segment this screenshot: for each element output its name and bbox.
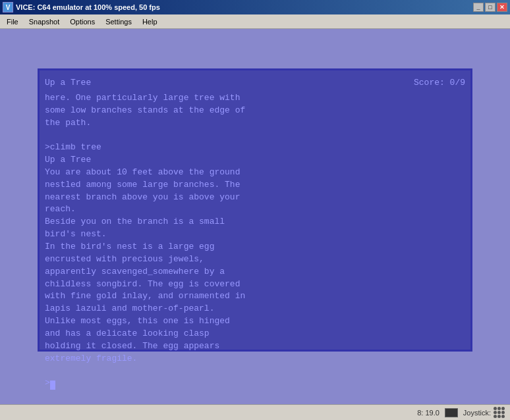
maximize-button[interactable]: □: [485, 3, 496, 12]
dot-7: [494, 415, 497, 418]
minimize-button[interactable]: _: [473, 3, 484, 12]
menu-file[interactable]: File: [1, 16, 24, 27]
main-area: Up a Tree Score: 0/9 here. One particula…: [0, 29, 510, 404]
title-bar-left: V VICE: C64 emulator at 100% speed, 50 f…: [3, 2, 160, 13]
dot-2: [497, 407, 501, 410]
status-bar: 8: 19.0 Joystick:: [0, 404, 510, 420]
dot-5: [497, 411, 501, 414]
close-button[interactable]: ✕: [497, 3, 507, 12]
joystick-label: Joystick:: [463, 409, 491, 417]
cursor: [50, 381, 55, 390]
screen-content: here. One particularly large tree with s…: [45, 92, 465, 390]
joystick-status: Joystick:: [463, 407, 505, 418]
menu-snapshot[interactable]: Snapshot: [24, 16, 65, 27]
screen-title-right: Score: 0/9: [414, 77, 465, 90]
dot-4: [494, 411, 497, 414]
dot-9: [501, 415, 505, 418]
screen-title-line: Up a Tree Score: 0/9: [45, 77, 465, 90]
window-title: VICE: C64 emulator at 100% speed, 50 fps: [16, 3, 160, 11]
dot-3: [501, 407, 505, 410]
dot-1: [494, 407, 497, 410]
app-icon: V: [3, 2, 13, 13]
dot-6: [501, 411, 505, 414]
c64-screen[interactable]: Up a Tree Score: 0/9 here. One particula…: [38, 68, 472, 352]
menu-options[interactable]: Options: [65, 16, 100, 27]
menu-settings[interactable]: Settings: [100, 16, 137, 27]
title-bar: V VICE: C64 emulator at 100% speed, 50 f…: [0, 0, 510, 14]
dot-8: [497, 415, 501, 418]
status-box: [445, 408, 458, 417]
screen-title-left: Up a Tree: [45, 77, 91, 90]
menu-bar: File Snapshot Options Settings Help: [0, 14, 510, 29]
joystick-dots: [494, 407, 505, 418]
position-text: 8: 19.0: [417, 409, 439, 417]
window-controls: _ □ ✕: [473, 3, 507, 12]
menu-help[interactable]: Help: [137, 16, 163, 27]
